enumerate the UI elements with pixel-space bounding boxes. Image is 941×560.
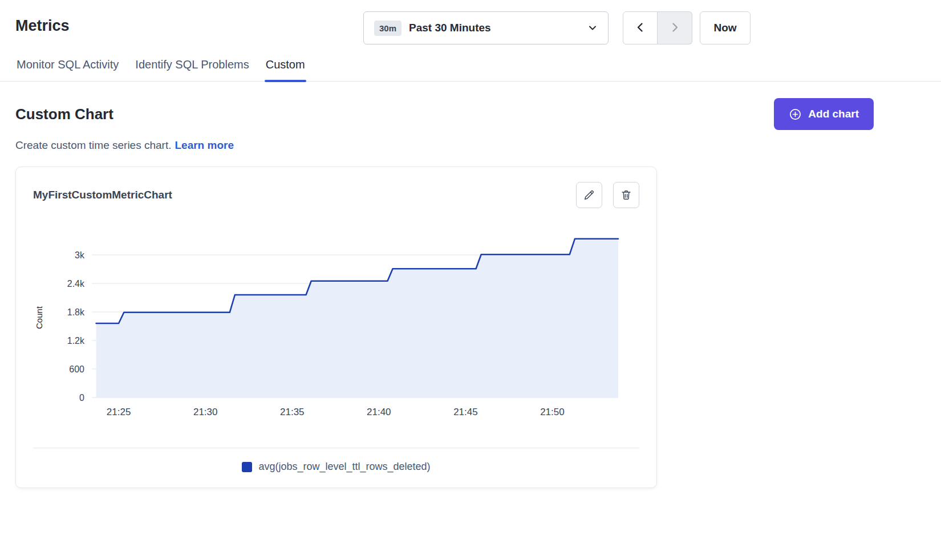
page-title: Metrics [15,17,70,35]
svg-text:0: 0 [79,393,84,403]
chevron-right-icon [668,21,682,36]
svg-text:21:50: 21:50 [540,407,565,417]
svg-text:21:35: 21:35 [280,407,305,417]
pencil-icon [583,189,595,201]
section-title: Custom Chart [15,105,113,123]
chart-card-header: MyFirstCustomMetricChart [33,182,639,208]
time-range-label: Past 30 Minutes [409,22,580,34]
chart-card: MyFirstCustomMetricChart 06001.2k1.8k2.4… [15,167,657,488]
now-button[interactable]: Now [700,11,751,44]
svg-text:1.8k: 1.8k [67,307,85,317]
card-divider [33,448,639,448]
plus-circle-icon [789,108,802,121]
custom-chart-section-head: Custom Chart Add chart [0,98,941,130]
svg-text:3k: 3k [75,250,85,260]
chart-title: MyFirstCustomMetricChart [33,182,172,201]
svg-text:2.4k: 2.4k [67,279,85,289]
add-chart-button[interactable]: Add chart [774,98,874,130]
section-subtitle: Create custom time series chart.Learn mo… [15,139,941,152]
svg-text:21:30: 21:30 [193,407,218,417]
svg-text:21:40: 21:40 [367,407,391,417]
chart-legend[interactable]: avg(jobs_row_level_ttl_rows_deleted) [33,461,639,473]
tab-bar: Monitor SQL Activity Identify SQL Proble… [0,55,941,82]
legend-swatch [242,462,252,472]
legend-label: avg(jobs_row_level_ttl_rows_deleted) [258,461,430,473]
svg-text:600: 600 [69,364,84,374]
svg-text:21:25: 21:25 [107,407,131,417]
tab-custom[interactable]: Custom [265,55,306,81]
custom-metric-chart: 06001.2k1.8k2.4k3k21:2521:3021:3521:4021… [33,221,640,420]
time-range-selector[interactable]: 30m Past 30 Minutes [363,11,609,44]
svg-text:21:45: 21:45 [453,407,478,417]
svg-text:Count: Count [34,306,44,329]
learn-more-link[interactable]: Learn more [175,139,233,151]
svg-text:1.2k: 1.2k [67,336,85,346]
add-chart-label: Add chart [808,108,859,120]
edit-chart-button[interactable] [576,182,602,208]
subtitle-text: Create custom time series chart. [15,139,171,151]
time-nav-group [623,11,692,44]
delete-chart-button[interactable] [613,182,639,208]
chart-card-actions [576,182,639,208]
chevron-down-icon [587,23,598,33]
chevron-left-icon [634,21,647,36]
tab-monitor-sql-activity[interactable]: Monitor SQL Activity [15,55,120,81]
page-header: Metrics 30m Past 30 Minutes Now [0,0,941,55]
time-range-badge: 30m [374,21,401,36]
time-back-button[interactable] [623,11,658,44]
time-forward-button[interactable] [658,11,692,44]
trash-icon [620,189,632,201]
tab-identify-sql-problems[interactable]: Identify SQL Problems [134,55,250,81]
